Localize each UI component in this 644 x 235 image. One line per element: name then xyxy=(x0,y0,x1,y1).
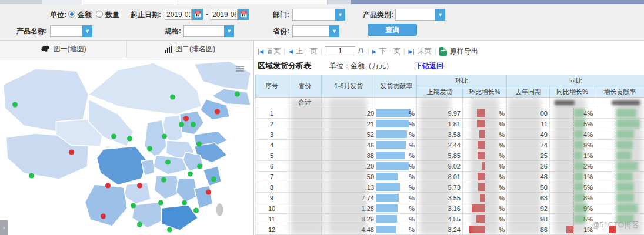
col-header-mom-pct[interactable]: 环比增长% xyxy=(463,86,507,98)
green-city-dot[interactable] xyxy=(211,177,216,182)
row-mom-cell: % xyxy=(463,140,507,150)
green-city-dot[interactable] xyxy=(170,95,175,100)
map-menu-icon[interactable] xyxy=(236,66,244,73)
green-city-dot[interactable] xyxy=(111,134,116,139)
red-city-dot[interactable] xyxy=(101,214,106,219)
table-row[interactable]: 6 .20 % 9.02 % 26 2% xyxy=(256,161,644,172)
first-page-icon[interactable]: |◀ xyxy=(258,48,263,55)
green-city-dot[interactable] xyxy=(12,102,18,108)
col-header-yoy-pct[interactable]: 同比增长% xyxy=(550,86,595,98)
green-city-dot[interactable] xyxy=(197,164,202,169)
next-page-button[interactable]: 下一页 xyxy=(379,46,401,56)
red-city-dot[interactable] xyxy=(206,190,211,195)
green-city-dot[interactable] xyxy=(193,208,199,213)
last-page-icon[interactable]: ▶| xyxy=(408,48,414,55)
yoy-bar xyxy=(566,226,573,233)
green-city-dot[interactable] xyxy=(127,136,132,142)
total-contrib-cell xyxy=(376,98,417,108)
green-city-dot[interactable] xyxy=(191,122,196,127)
tab-rank-chart[interactable]: 图二(排名图) xyxy=(126,41,253,58)
unit-radio-quantity[interactable] xyxy=(96,11,103,18)
date-to-input[interactable] xyxy=(211,9,238,20)
table-row[interactable]: 12 4.48 % 3.24 % 86 1% xyxy=(256,224,644,235)
next-page-icon[interactable]: ▶ xyxy=(372,48,376,55)
green-city-dot[interactable] xyxy=(137,222,142,227)
row-province-cell xyxy=(288,182,322,193)
top-strip-tab[interactable] xyxy=(82,0,175,4)
sidebar-collapse-handle[interactable]: › xyxy=(0,220,8,235)
green-city-dot[interactable] xyxy=(158,200,163,206)
red-city-dot[interactable] xyxy=(137,183,142,189)
green-city-dot[interactable] xyxy=(165,160,171,165)
row-no-cell: 5 xyxy=(256,150,288,161)
date-from-input[interactable] xyxy=(165,9,192,20)
green-city-dot[interactable] xyxy=(29,173,34,179)
col-header-no[interactable]: 序号 xyxy=(256,75,288,98)
col-header-contrib[interactable]: 发货贡献率 xyxy=(376,75,417,98)
table-row[interactable]: 8 .13 % 5.73 % 50 5% xyxy=(256,182,644,193)
green-city-dot[interactable] xyxy=(167,227,172,233)
prev-page-icon[interactable]: ◀ xyxy=(288,48,293,55)
query-button[interactable]: 查询 xyxy=(368,24,417,36)
separator: | xyxy=(403,47,405,55)
table-row[interactable]: 9 7.74 % 3.55 % 63 8% xyxy=(256,193,644,203)
province-dropdown[interactable]: ▼ xyxy=(292,25,339,37)
col-header-ship[interactable]: 1-6月发货 xyxy=(322,75,376,98)
table-row[interactable]: 4 46 % 2.44 % 74 9% xyxy=(256,140,644,150)
red-city-dot[interactable] xyxy=(69,150,74,155)
product-dropdown[interactable]: ▼ xyxy=(50,25,92,37)
export-button[interactable]: 原样导出 xyxy=(450,46,478,56)
chart-tab-bar: 图一(地图) 图二(排名图) xyxy=(0,41,253,58)
last-page-button[interactable]: 末页 xyxy=(418,46,432,56)
green-city-dot[interactable] xyxy=(162,134,167,139)
col-header-last-year[interactable]: 去年同期 xyxy=(507,86,550,98)
green-city-dot[interactable] xyxy=(235,92,240,97)
green-city-dot[interactable] xyxy=(196,142,202,147)
table-row[interactable]: 10 1.28 % 3.16 % 92 9% xyxy=(256,203,644,214)
red-city-dot[interactable] xyxy=(215,109,220,115)
calendar-icon[interactable]: 📅 xyxy=(192,9,203,20)
drill-back-link[interactable]: 下钻返回 xyxy=(415,61,443,71)
red-city-dot[interactable] xyxy=(183,116,189,122)
row-no-cell: 11 xyxy=(256,214,288,224)
page-number-input[interactable] xyxy=(325,46,355,56)
chevron-down-icon[interactable]: ▼ xyxy=(224,25,234,37)
excel-export-icon[interactable] xyxy=(439,47,447,56)
mom-bar xyxy=(480,194,485,202)
top-strip-tab[interactable] xyxy=(175,0,328,4)
green-city-dot[interactable] xyxy=(147,146,152,152)
row-prev-cell: 9.02 xyxy=(417,161,463,172)
green-city-dot[interactable] xyxy=(179,122,184,127)
col-header-grow-contrib[interactable]: 增长贡献率 xyxy=(595,86,644,98)
row-last-cell: 50 xyxy=(507,182,550,193)
row-prev-cell: 4.55 xyxy=(417,214,463,224)
china-map[interactable] xyxy=(0,58,253,234)
chevron-down-icon[interactable]: ▼ xyxy=(329,25,339,37)
dept-dropdown[interactable]: ▼ xyxy=(292,9,345,21)
table-row[interactable]: 11 8.29 % 4.55 % 98 5% xyxy=(256,214,644,224)
chevron-down-icon[interactable]: ▼ xyxy=(435,9,445,21)
col-header-prev[interactable]: 上期发货 xyxy=(417,86,463,98)
green-city-dot[interactable] xyxy=(182,200,187,206)
row-ship-cell: 52 xyxy=(322,129,376,140)
first-page-button[interactable]: 首页 xyxy=(266,46,281,56)
chevron-down-icon[interactable]: ▼ xyxy=(82,25,92,37)
table-row[interactable]: 3 52 % 3.58 % 49 4% xyxy=(256,129,644,140)
chevron-down-icon[interactable]: ▼ xyxy=(335,9,345,21)
red-city-dot[interactable] xyxy=(105,183,111,189)
table-row[interactable]: 1 .20 % 9.97 % 00 4% xyxy=(256,108,644,119)
category-dropdown[interactable]: ▼ xyxy=(395,9,445,21)
unit-radio-amount[interactable] xyxy=(68,11,75,18)
green-city-dot[interactable] xyxy=(161,177,166,183)
table-row[interactable]: 7 .50 % 8.01 % 48 1% xyxy=(256,172,644,182)
calendar-icon[interactable]: 📅 xyxy=(238,9,249,20)
prev-page-button[interactable]: 上一页 xyxy=(296,46,317,56)
top-strip-tab[interactable] xyxy=(42,0,82,4)
table-row[interactable]: 2 21 % 1.81 % 11 5% xyxy=(256,119,644,129)
table-row[interactable]: 5 88 % 5.85 % 25 1% xyxy=(256,150,644,161)
spec-dropdown[interactable]: ▼ xyxy=(183,25,234,37)
green-city-dot[interactable] xyxy=(131,203,136,209)
green-city-dot[interactable] xyxy=(188,172,193,177)
col-header-province[interactable]: 省份 xyxy=(288,75,322,98)
tab-map-chart[interactable]: 图一(地图) xyxy=(0,41,126,58)
